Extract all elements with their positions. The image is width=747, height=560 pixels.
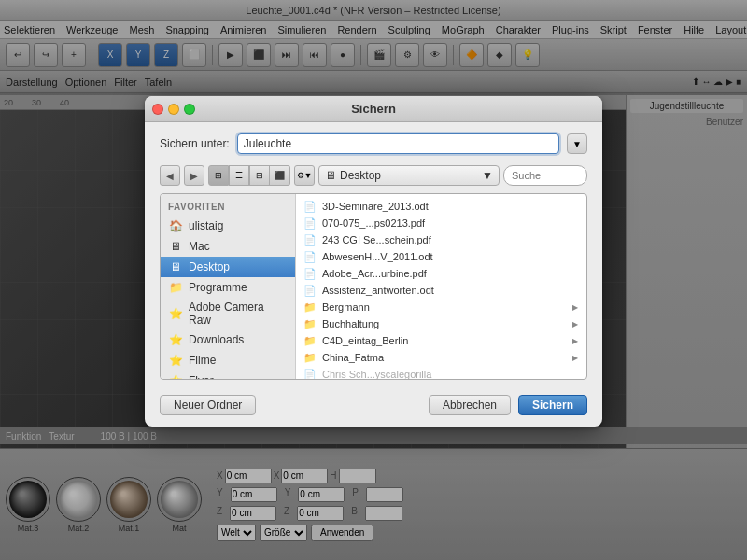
favorites-label: FAVORITEN bbox=[161, 200, 295, 216]
folder-icon: 📁 bbox=[303, 317, 317, 330]
filme-icon: ⭐ bbox=[168, 353, 183, 368]
pdf-icon: 📄 bbox=[303, 267, 317, 280]
file-item[interactable]: 📄 243 CGI Se...schein.pdf bbox=[296, 231, 586, 248]
sidebar-item-filme[interactable]: ⭐ Filme bbox=[161, 350, 295, 371]
sidebar-item-mac[interactable]: 🖥 Mac bbox=[161, 236, 295, 257]
folder-arrow: ▶ bbox=[571, 303, 579, 311]
file-icon: 📄 bbox=[303, 368, 317, 379]
sidebar-item-adobe-camera-raw[interactable]: ⭐ Adobe Camera Raw bbox=[161, 298, 295, 329]
sidebar-item-programme[interactable]: 📁 Programme bbox=[161, 277, 295, 298]
folder-arrow: ▶ bbox=[571, 337, 579, 344]
file-item[interactable]: 📁 C4D_eintag_Berlin ▶ bbox=[296, 332, 586, 349]
location-icon: 🖥 bbox=[325, 169, 336, 182]
file-item[interactable]: 📁 Bergmann ▶ bbox=[296, 299, 586, 315]
doc-icon: 📄 bbox=[303, 250, 317, 263]
file-name: C4D_eintag_Berlin bbox=[322, 335, 566, 346]
folder-icon: 📁 bbox=[303, 334, 317, 347]
location-label: Desktop bbox=[340, 169, 381, 182]
doc-icon: 📄 bbox=[303, 200, 317, 213]
file-sidebar: FAVORITEN 🏠 ulistaig 🖥 Mac 🖥 Desktop bbox=[161, 194, 296, 379]
filename-dropdown[interactable]: ▼ bbox=[567, 133, 587, 154]
file-item[interactable]: 📄 070-075_...ps0213.pdf bbox=[296, 215, 586, 231]
nav-forward-button[interactable]: ▶ bbox=[184, 165, 204, 186]
file-item[interactable]: 📁 Buchhaltung ▶ bbox=[296, 315, 586, 332]
file-browser: FAVORITEN 🏠 ulistaig 🖥 Mac 🖥 Desktop bbox=[160, 193, 587, 380]
downloads-label: Downloads bbox=[189, 333, 244, 346]
desktop-label: Desktop bbox=[189, 260, 230, 273]
dialog-titlebar: Sichern bbox=[145, 96, 602, 122]
view-list-btn[interactable]: ☰ bbox=[229, 165, 249, 186]
location-dropdown[interactable]: 🖥 Desktop ▼ bbox=[318, 165, 500, 186]
modal-overlay: Sichern Sichern unter: ▼ ◀ ▶ ⊞ ☰ ⊟ ⬛ bbox=[0, 0, 747, 560]
maximize-button[interactable] bbox=[184, 104, 195, 115]
traffic-lights bbox=[152, 104, 195, 115]
doc-icon: 📄 bbox=[303, 284, 317, 297]
sidebar-item-ulistaig[interactable]: 🏠 ulistaig bbox=[161, 216, 295, 236]
flyer-label: Flyer bbox=[189, 374, 214, 379]
file-name: Buchhaltung bbox=[322, 318, 566, 329]
mac-icon: 🖥 bbox=[168, 239, 183, 254]
pdf-icon: 📄 bbox=[303, 233, 317, 246]
folder-arrow: ▶ bbox=[571, 320, 579, 328]
file-name: AbwesenH...V_2011.odt bbox=[322, 251, 579, 262]
adobe-camera-raw-label: Adobe Camera Raw bbox=[189, 301, 288, 327]
nav-row: ◀ ▶ ⊞ ☰ ⊟ ⬛ ⚙▼ 🖥 Desktop ▼ bbox=[160, 165, 587, 186]
minimize-button[interactable] bbox=[168, 104, 179, 115]
file-name: 3D-Seminare_2013.odt bbox=[322, 201, 579, 212]
folder-icon: 📁 bbox=[303, 351, 317, 364]
view-coverflow-btn[interactable]: ⬛ bbox=[270, 165, 290, 186]
file-name: Adobe_Acr...urbine.pdf bbox=[322, 268, 579, 279]
programme-icon: 📁 bbox=[168, 280, 183, 295]
filename-input[interactable] bbox=[237, 133, 559, 154]
flyer-icon: ⭐ bbox=[168, 373, 183, 379]
new-folder-button[interactable]: Neuer Ordner bbox=[160, 395, 256, 415]
file-item[interactable]: 📄 Adobe_Acr...urbine.pdf bbox=[296, 265, 586, 282]
file-name: 243 CGI Se...schein.pdf bbox=[322, 234, 579, 245]
ulistaig-icon: 🏠 bbox=[168, 218, 183, 233]
downloads-icon: ⭐ bbox=[168, 332, 183, 347]
programme-label: Programme bbox=[189, 281, 247, 294]
adobe-camera-raw-icon: ⭐ bbox=[168, 306, 183, 321]
save-button[interactable]: Sichern bbox=[518, 395, 587, 415]
ulistaig-label: ulistaig bbox=[189, 219, 223, 232]
file-name: 070-075_...ps0213.pdf bbox=[322, 217, 579, 229]
pdf-icon: 📄 bbox=[303, 217, 317, 230]
save-dialog: Sichern Sichern unter: ▼ ◀ ▶ ⊞ ☰ ⊟ ⬛ bbox=[145, 96, 602, 427]
cancel-button[interactable]: Abbrechen bbox=[429, 395, 511, 415]
view-columns-btn[interactable]: ⊟ bbox=[249, 165, 270, 186]
save-as-label: Sichern unter: bbox=[160, 137, 230, 150]
dialog-footer: Neuer Ordner Abbrechen Sichern bbox=[145, 387, 602, 427]
view-group: ⊞ ☰ ⊟ ⬛ bbox=[208, 165, 290, 186]
nav-back-button[interactable]: ◀ bbox=[160, 165, 180, 186]
file-item[interactable]: 📄 Assistenz_antworten.odt bbox=[296, 282, 586, 299]
close-button[interactable] bbox=[152, 104, 163, 115]
file-item[interactable]: 📁 China_Fatma ▶ bbox=[296, 349, 586, 366]
file-name: Bergmann bbox=[322, 301, 566, 313]
file-item[interactable]: 📄 Chris Sch...yscalegorilla bbox=[296, 366, 586, 379]
desktop-icon: 🖥 bbox=[168, 259, 183, 274]
view-icon-btn[interactable]: ⊞ bbox=[208, 165, 229, 186]
file-list: 📄 3D-Seminare_2013.odt 📄 070-075_...ps02… bbox=[296, 194, 586, 379]
action-menu-btn[interactable]: ⚙▼ bbox=[294, 165, 315, 186]
save-as-row: Sichern unter: ▼ bbox=[160, 133, 587, 154]
folder-arrow: ▶ bbox=[571, 354, 579, 361]
sidebar-item-desktop[interactable]: 🖥 Desktop bbox=[161, 257, 295, 277]
file-item[interactable]: 📄 AbwesenH...V_2011.odt bbox=[296, 248, 586, 265]
folder-icon: 📁 bbox=[303, 301, 317, 314]
file-name: Assistenz_antworten.odt bbox=[322, 285, 579, 296]
mac-label: Mac bbox=[189, 240, 210, 253]
file-item[interactable]: 📄 3D-Seminare_2013.odt bbox=[296, 198, 586, 215]
search-input[interactable] bbox=[503, 165, 587, 186]
filme-label: Filme bbox=[189, 354, 216, 367]
dialog-body: Sichern unter: ▼ ◀ ▶ ⊞ ☰ ⊟ ⬛ ⚙▼ 🖥 bbox=[145, 122, 602, 387]
dialog-title: Sichern bbox=[351, 102, 396, 116]
file-name: Chris Sch...yscalegorilla bbox=[322, 369, 579, 379]
sidebar-item-downloads[interactable]: ⭐ Downloads bbox=[161, 329, 295, 350]
sidebar-item-flyer[interactable]: ⭐ Flyer bbox=[161, 371, 295, 379]
location-chevron: ▼ bbox=[482, 169, 493, 182]
file-name: China_Fatma bbox=[322, 352, 566, 363]
dialog-action-buttons: Abbrechen Sichern bbox=[429, 395, 587, 415]
